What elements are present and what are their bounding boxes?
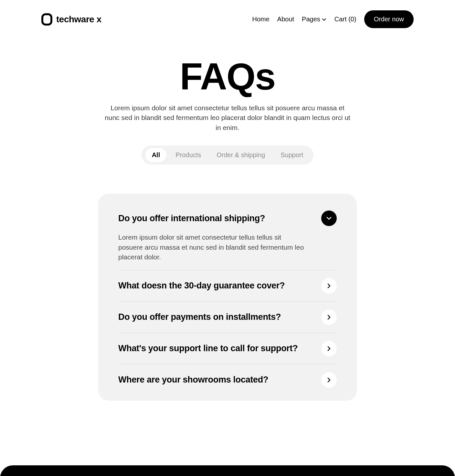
footer-cta: Get ready for the — [0, 465, 455, 476]
tab-all[interactable]: All — [145, 148, 167, 162]
faq-question: Do you offer payments on installments? — [118, 312, 281, 322]
logo[interactable]: techware x — [41, 13, 101, 26]
tab-support[interactable]: Support — [274, 148, 310, 162]
faq-list: Do you offer international shipping? Lor… — [98, 194, 357, 400]
faq-question: What doesn the 30-day guarantee cover? — [118, 281, 285, 291]
chevron-down-icon — [322, 17, 327, 22]
logo-text: techware x — [56, 14, 101, 25]
faq-item: What doesn the 30-day guarantee cover? — [118, 270, 337, 302]
faq-question: What's your support line to call for sup… — [118, 343, 298, 353]
faq-item: Where are your showrooms located? — [118, 364, 337, 388]
logo-icon — [41, 13, 52, 26]
order-now-button[interactable]: Order now — [364, 10, 414, 28]
chevron-right-icon — [326, 283, 332, 289]
expand-button[interactable] — [321, 372, 337, 388]
header: techware x Home About Pages Cart (0) Ord… — [41, 0, 414, 38]
faq-question: Do you offer international shipping? — [118, 213, 265, 223]
svg-rect-0 — [42, 14, 51, 25]
page-title: FAQs — [105, 58, 350, 95]
nav-pages[interactable]: Pages — [302, 16, 327, 23]
nav-pages-label: Pages — [302, 16, 320, 23]
nav-cart[interactable]: Cart (0) — [334, 16, 356, 23]
collapse-button[interactable] — [321, 211, 337, 226]
nav-home[interactable]: Home — [252, 16, 269, 23]
chevron-down-icon — [326, 215, 332, 221]
chevron-right-icon — [326, 314, 332, 320]
faq-tabs: All Products Order & shipping Support — [142, 146, 314, 165]
faq-toggle-row[interactable]: Do you offer payments on installments? — [118, 309, 337, 325]
faq-item: Do you offer payments on installments? — [118, 302, 337, 333]
expand-button[interactable] — [321, 309, 337, 325]
expand-button[interactable] — [321, 278, 337, 294]
nav-about[interactable]: About — [277, 16, 294, 23]
page-subtitle: Lorem ipsum dolor sit amet consectetur t… — [105, 103, 350, 133]
tab-order-shipping[interactable]: Order & shipping — [210, 148, 271, 162]
hero: FAQs Lorem ipsum dolor sit amet consecte… — [105, 38, 350, 178]
tab-products[interactable]: Products — [169, 148, 207, 162]
nav: Home About Pages Cart (0) Order now — [252, 10, 414, 28]
faq-toggle-row[interactable]: What's your support line to call for sup… — [118, 341, 337, 356]
chevron-right-icon — [326, 377, 332, 383]
chevron-right-icon — [326, 346, 332, 352]
faq-toggle-row[interactable]: What doesn the 30-day guarantee cover? — [118, 278, 337, 294]
expand-button[interactable] — [321, 341, 337, 356]
faq-question: Where are your showrooms located? — [118, 375, 268, 385]
faq-answer: Lorem ipsum dolor sit amet consectetur t… — [118, 233, 306, 262]
faq-item: What's your support line to call for sup… — [118, 333, 337, 364]
faq-item: Do you offer international shipping? Lor… — [118, 211, 337, 270]
faq-toggle-row[interactable]: Where are your showrooms located? — [118, 372, 337, 388]
faq-toggle-row[interactable]: Do you offer international shipping? — [118, 211, 337, 226]
